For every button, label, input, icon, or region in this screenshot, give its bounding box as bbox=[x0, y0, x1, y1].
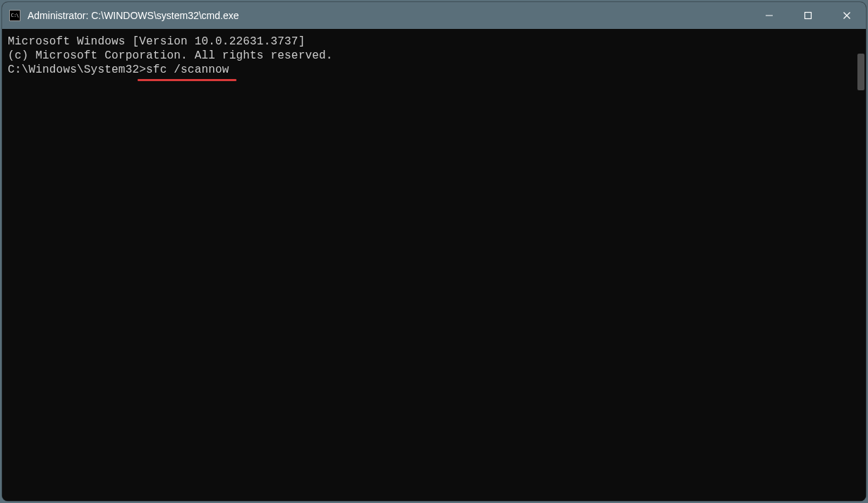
terminal-output[interactable]: Microsoft Windows [Version 10.0.22631.37… bbox=[2, 29, 853, 501]
prompt-line: C:\Windows\System32>sfc /scannow bbox=[8, 63, 229, 77]
maximize-icon bbox=[804, 11, 812, 20]
version-line: Microsoft Windows [Version 10.0.22631.37… bbox=[8, 35, 848, 49]
window-title: Administrator: C:\WINDOWS\system32\cmd.e… bbox=[28, 10, 749, 21]
maximize-button[interactable] bbox=[788, 2, 827, 29]
command-text: sfc /scannow bbox=[146, 63, 229, 76]
cmd-window: C:\ Administrator: C:\WINDOWS\system32\c… bbox=[2, 2, 866, 501]
copyright-line: (c) Microsoft Corporation. All rights re… bbox=[8, 49, 848, 63]
scrollbar[interactable] bbox=[853, 29, 866, 501]
minimize-icon bbox=[765, 11, 773, 20]
titlebar[interactable]: C:\ Administrator: C:\WINDOWS\system32\c… bbox=[2, 2, 866, 29]
annotation-underline bbox=[138, 79, 236, 81]
window-controls bbox=[749, 2, 866, 29]
svg-rect-1 bbox=[804, 13, 811, 19]
scrollbar-thumb[interactable] bbox=[857, 54, 864, 90]
close-button[interactable] bbox=[827, 2, 866, 29]
close-icon bbox=[843, 11, 851, 20]
cmd-icon: C:\ bbox=[9, 10, 20, 21]
prompt-text: C:\Windows\System32> bbox=[8, 63, 146, 76]
minimize-button[interactable] bbox=[749, 2, 788, 29]
terminal-body: Microsoft Windows [Version 10.0.22631.37… bbox=[2, 29, 866, 501]
